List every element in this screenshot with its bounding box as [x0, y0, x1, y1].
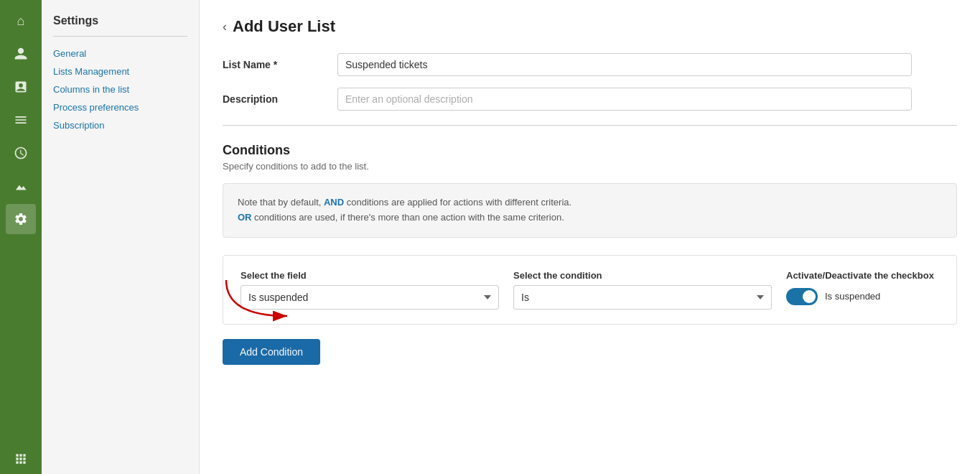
condition-select[interactable]: Is — [513, 285, 772, 310]
field-select[interactable]: Is suspended — [241, 285, 499, 310]
page-title: Add User List — [233, 17, 335, 36]
users-icon[interactable] — [6, 39, 36, 69]
info-or-text: OR — [238, 212, 252, 223]
conditions-subtitle: Specify conditions to add to the list. — [223, 161, 957, 172]
icon-bar: ⌂ — [0, 0, 42, 474]
add-condition-button[interactable]: Add Condition — [223, 339, 320, 365]
main-content: ‹ Add User List List Name * Description … — [200, 0, 980, 474]
sidebar-title: Settings — [53, 14, 187, 27]
back-button[interactable]: ‹ — [223, 19, 227, 34]
conditions-info-box: Note that by default, AND conditions are… — [223, 183, 957, 238]
info-and-text: AND — [324, 197, 344, 208]
sidebar-nav: General Lists Management Columns in the … — [53, 47, 187, 132]
condition-area: Select the field Is suspended Select the… — [223, 255, 957, 325]
list-name-row: List Name * — [223, 53, 957, 76]
toggle-value-text: Is suspended — [825, 291, 880, 302]
condition-label: Select the condition — [513, 270, 772, 281]
conditions-title: Conditions — [223, 143, 957, 158]
field-label: Select the field — [241, 270, 499, 281]
condition-group: Select the condition Is — [513, 270, 772, 310]
list-name-label: List Name * — [223, 53, 337, 70]
description-label: Description — [223, 88, 337, 105]
info-text-mid: conditions are applied for actions with … — [344, 197, 571, 208]
page-header: ‹ Add User List — [223, 17, 957, 36]
field-group: Select the field Is suspended — [241, 270, 499, 310]
toggle-group: Activate/Deactivate the checkbox Is susp… — [786, 270, 934, 305]
condition-row: Select the field Is suspended Select the… — [241, 270, 939, 310]
description-row: Description — [223, 88, 957, 111]
info-text-post: conditions are used, if there's more tha… — [252, 212, 564, 223]
chart-icon[interactable] — [6, 171, 36, 201]
subscription-link[interactable]: Subscription — [53, 118, 187, 132]
toggle-row: Is suspended — [786, 288, 934, 305]
general-link[interactable]: General — [53, 47, 187, 60]
sidebar-divider — [53, 36, 187, 37]
home-icon[interactable]: ⌂ — [6, 6, 36, 36]
toggle-label-text: Activate/Deactivate the checkbox — [786, 270, 934, 281]
section-divider — [223, 125, 957, 126]
toggle-switch[interactable] — [786, 288, 818, 305]
columns-link[interactable]: Columns in the list — [53, 83, 187, 96]
menu-lines-icon[interactable] — [6, 105, 36, 135]
list-name-input[interactable] — [337, 53, 912, 76]
clock-icon[interactable] — [6, 138, 36, 168]
tickets-icon[interactable] — [6, 72, 36, 102]
description-input[interactable] — [337, 88, 912, 111]
process-preferences-link[interactable]: Process preferences — [53, 101, 187, 114]
settings-gear-icon[interactable] — [6, 204, 36, 234]
lists-management-link[interactable]: Lists Management — [53, 65, 187, 78]
sidebar: Settings General Lists Management Column… — [42, 0, 200, 474]
toggle-slider — [786, 288, 818, 305]
apps-grid-icon[interactable] — [6, 444, 36, 474]
info-text-pre: Note that by default, — [238, 197, 324, 208]
